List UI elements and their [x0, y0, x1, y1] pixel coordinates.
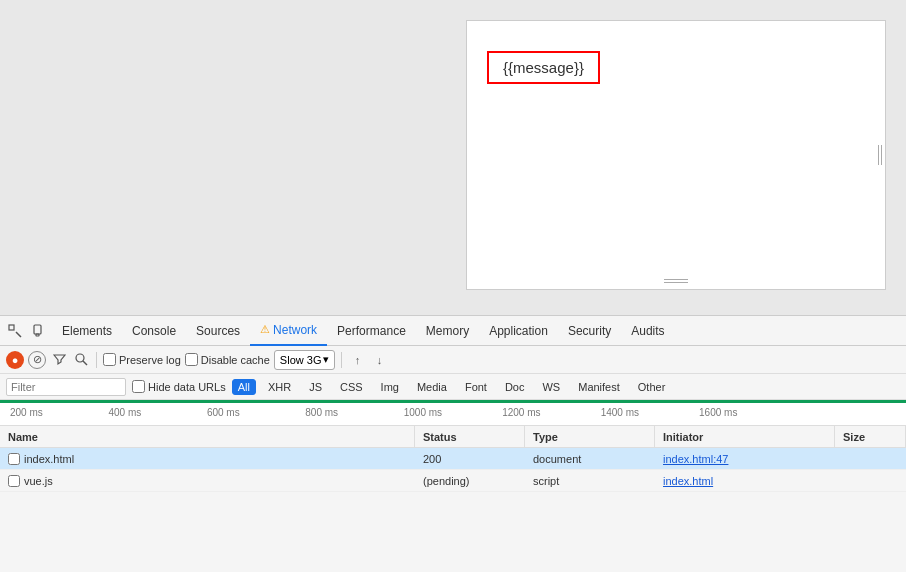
network-timeline: 200 ms 400 ms 600 ms 800 ms 1000 ms 1200…	[0, 400, 906, 426]
timeline-marker-1: 400 ms	[108, 407, 206, 418]
tab-memory[interactable]: Memory	[416, 316, 479, 346]
svg-rect-2	[36, 334, 39, 336]
svg-rect-0	[9, 325, 14, 330]
toolbar-separator-2	[341, 352, 342, 368]
row-0-type: document	[525, 448, 655, 469]
network-table-header: Name Status Type Initiator Size	[0, 426, 906, 448]
network-table-body: index.html 200 document index.html:47 vu…	[0, 448, 906, 492]
row-0-initiator: index.html:47	[655, 448, 835, 469]
timeline-marker-8	[798, 407, 896, 418]
browser-preview: {{message}}	[0, 0, 906, 315]
resize-handle-vertical[interactable]	[877, 140, 883, 170]
filter-type-other[interactable]: Other	[632, 379, 672, 395]
row-1-name: vue.js	[0, 470, 415, 491]
filter-type-font[interactable]: Font	[459, 379, 493, 395]
devtools-panel: Elements Console Sources Network Perform…	[0, 315, 906, 572]
filter-type-img[interactable]: Img	[375, 379, 405, 395]
tab-network[interactable]: Network	[250, 316, 327, 346]
device-icon-btn[interactable]	[28, 320, 50, 342]
table-row[interactable]: index.html 200 document index.html:47	[0, 448, 906, 470]
filter-type-css[interactable]: CSS	[334, 379, 369, 395]
devtools-tabs-bar: Elements Console Sources Network Perform…	[0, 316, 906, 346]
row-0-checkbox[interactable]	[8, 453, 20, 465]
svg-line-4	[83, 361, 87, 365]
row-1-initiator: index.html	[655, 470, 835, 491]
disable-cache-checkbox[interactable]	[185, 353, 198, 366]
upload-button[interactable]: ↑	[348, 351, 366, 369]
message-box: {{message}}	[487, 51, 600, 84]
th-initiator[interactable]: Initiator	[655, 426, 835, 447]
filter-type-doc[interactable]: Doc	[499, 379, 531, 395]
timeline-marker-6: 1400 ms	[601, 407, 699, 418]
timeline-green-bar	[0, 400, 906, 403]
record-stop-button[interactable]: ●	[6, 351, 24, 369]
timeline-marker-7: 1600 ms	[699, 407, 797, 418]
message-text: {{message}}	[503, 59, 584, 76]
toolbar-separator-1	[96, 352, 97, 368]
timeline-marker-2: 600 ms	[207, 407, 305, 418]
timeline-marker-3: 800 ms	[305, 407, 403, 418]
filter-type-all[interactable]: All	[232, 379, 256, 395]
throttle-select[interactable]: Slow 3G ▾	[274, 350, 336, 370]
clear-button[interactable]: ⊘	[28, 351, 46, 369]
download-button[interactable]: ↓	[370, 351, 388, 369]
filter-type-media[interactable]: Media	[411, 379, 453, 395]
network-toolbar: ● ⊘ Preserve log Disable cache Slow 3G ▾…	[0, 346, 906, 374]
tab-application[interactable]: Application	[479, 316, 558, 346]
page-frame: {{message}}	[466, 20, 886, 290]
filter-type-manifest[interactable]: Manifest	[572, 379, 626, 395]
timeline-marker-5: 1200 ms	[502, 407, 600, 418]
th-name[interactable]: Name	[0, 426, 415, 447]
search-button[interactable]	[72, 351, 90, 369]
row-1-checkbox[interactable]	[8, 475, 20, 487]
th-type[interactable]: Type	[525, 426, 655, 447]
svg-point-3	[76, 354, 84, 362]
tab-audits[interactable]: Audits	[621, 316, 674, 346]
network-filter-bar: Hide data URLs All XHR JS CSS Img Media …	[0, 374, 906, 400]
table-row[interactable]: vue.js (pending) script index.html	[0, 470, 906, 492]
th-status[interactable]: Status	[415, 426, 525, 447]
tab-security[interactable]: Security	[558, 316, 621, 346]
row-0-size	[835, 448, 906, 469]
resize-handle-horizontal[interactable]	[661, 278, 691, 284]
hide-data-urls-checkbox[interactable]	[132, 380, 145, 393]
row-1-status: (pending)	[415, 470, 525, 491]
inspect-icon-btn[interactable]	[4, 320, 26, 342]
svg-rect-1	[34, 325, 41, 334]
timeline-marker-0: 200 ms	[10, 407, 108, 418]
hide-data-urls-label[interactable]: Hide data URLs	[132, 380, 226, 393]
filter-button[interactable]	[50, 351, 68, 369]
filter-input[interactable]	[6, 378, 126, 396]
tab-console[interactable]: Console	[122, 316, 186, 346]
disable-cache-checkbox-label[interactable]: Disable cache	[185, 353, 270, 366]
timeline-marker-4: 1000 ms	[404, 407, 502, 418]
tab-performance[interactable]: Performance	[327, 316, 416, 346]
row-0-status: 200	[415, 448, 525, 469]
row-1-type: script	[525, 470, 655, 491]
row-1-size	[835, 470, 906, 491]
th-size[interactable]: Size	[835, 426, 906, 447]
filter-type-xhr[interactable]: XHR	[262, 379, 297, 395]
preserve-log-checkbox[interactable]	[103, 353, 116, 366]
chevron-down-icon: ▾	[323, 353, 329, 366]
tab-elements[interactable]: Elements	[52, 316, 122, 346]
row-0-name: index.html	[0, 448, 415, 469]
filter-type-js[interactable]: JS	[303, 379, 328, 395]
filter-type-ws[interactable]: WS	[536, 379, 566, 395]
preserve-log-checkbox-label[interactable]: Preserve log	[103, 353, 181, 366]
timeline-markers: 200 ms 400 ms 600 ms 800 ms 1000 ms 1200…	[0, 407, 906, 418]
tab-sources[interactable]: Sources	[186, 316, 250, 346]
